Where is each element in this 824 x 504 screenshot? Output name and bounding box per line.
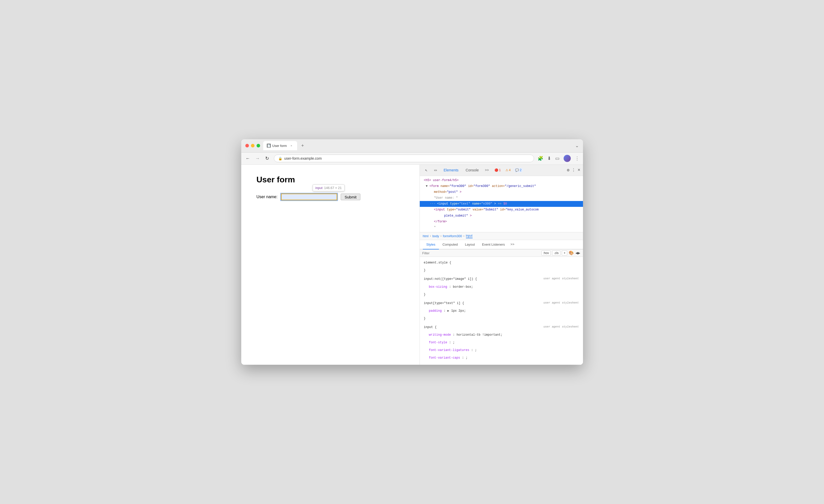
css-prop: padding (429, 309, 442, 313)
dom-line[interactable]: " (420, 225, 583, 230)
form-label: User name: (256, 195, 278, 199)
dom-line[interactable]: "User name: " (420, 195, 583, 201)
info-count: 2 (520, 168, 522, 172)
bc-form[interactable]: form#form300 (443, 234, 462, 238)
dom-tree: <h5> user-form4/h5> ▼ <form name="form30… (420, 176, 583, 233)
dollar-sign: $0 (503, 202, 507, 206)
dom-line[interactable]: <input type="submit" value="Submit" id="… (420, 207, 583, 213)
css-close-brace: } (420, 315, 583, 322)
css-rule-input: input { user agent stylesheet writing-mo… (420, 323, 583, 362)
expand-arrow[interactable]: ▶ (447, 309, 449, 313)
cls-button[interactable]: .cls (552, 250, 560, 256)
reload-button[interactable]: ↻ (264, 155, 270, 162)
address-text: user-form.example.com (284, 157, 322, 161)
attr: name= (440, 184, 449, 188)
css-rule-input-text: input[type="text" i] { user agent styles… (420, 299, 583, 322)
styles-filter-bar: :hov .cls + 🎨 ◀▶ (420, 249, 583, 257)
tab-favicon: 📄 (267, 143, 271, 148)
error-badge: 🔴 1 (493, 168, 502, 173)
dom-line[interactable]: method="post" > (420, 189, 583, 195)
css-prop: font-variant-caps (429, 356, 460, 360)
maximize-button[interactable] (256, 144, 260, 147)
window-dropdown[interactable]: ⌄ (575, 143, 579, 148)
username-input[interactable] (281, 194, 337, 200)
main-content: User form input 146.67 × 21 User name: S… (241, 165, 583, 365)
css-source: user agent stylesheet (543, 276, 579, 281)
dom-line[interactable]: <h5> user-form4/h5> (420, 178, 583, 183)
bc-body[interactable]: body (432, 234, 439, 238)
tab-close-button[interactable]: × (290, 143, 294, 148)
tab-console[interactable]: Console (462, 167, 482, 174)
more-tabs[interactable]: >> (483, 168, 491, 172)
css-selector-line: input:not([type="image" i]) { user agent… (420, 275, 583, 283)
styles-filter-input[interactable] (422, 251, 539, 255)
attr-val: "submit" (456, 208, 471, 211)
warn-icon: ⚠ (505, 168, 508, 172)
dom-line[interactable]: </form> (420, 219, 583, 225)
css-rule-input-not: input:not([type="image" i]) { user agent… (420, 275, 583, 298)
css-value: border-box; (453, 285, 473, 289)
close-button[interactable] (245, 144, 249, 147)
menu-icon[interactable]: ⋮ (575, 156, 580, 161)
css-prop: font-style (429, 341, 447, 344)
minimize-button[interactable] (251, 144, 254, 147)
css-value: 1px 2px; (451, 309, 466, 313)
secure-icon: 🔒 (278, 157, 282, 161)
subtab-computed[interactable]: Computed (439, 240, 461, 249)
dom-line-selected[interactable]: ··· <input type="text" name="n300" > == … (420, 201, 583, 207)
forward-button[interactable]: → (254, 155, 261, 162)
dom-line[interactable]: plete_submit" > (420, 213, 583, 219)
attr: name= (472, 202, 481, 206)
ellipsis: ··· (430, 202, 436, 206)
css-selector: element.style { (424, 261, 451, 265)
warn-badge: ⚠ 4 (504, 168, 512, 173)
bc-sep: › (463, 234, 465, 238)
subtab-layout[interactable]: Layout (461, 240, 479, 249)
tag: > (470, 214, 472, 218)
browser-tab[interactable]: 📄 User form × (263, 141, 297, 150)
text-node: "User name: " (434, 196, 458, 200)
css-prop-line: font-variant-ligatures : ; (420, 346, 583, 354)
inspect-element-button[interactable]: ↖ (422, 166, 430, 174)
css-selector: input { (424, 325, 437, 329)
tab-elements[interactable]: Elements (441, 167, 461, 174)
info-badge: 💬 2 (514, 168, 523, 173)
subtab-event-listeners[interactable]: Event Listeners (479, 240, 509, 249)
devtools-more-button[interactable]: ⋮ (572, 168, 576, 173)
add-style-button[interactable]: + (562, 250, 567, 256)
split-view-icon[interactable]: ▭ (555, 156, 559, 161)
download-icon[interactable]: ⬇ (547, 156, 551, 161)
dom-line[interactable]: ▼ <form name="form300" id="form300" acti… (420, 183, 583, 189)
bc-sep: › (429, 234, 431, 238)
extensions-icon[interactable]: 🧩 (538, 156, 543, 161)
css-selector-line: element.style { (420, 259, 583, 267)
badge-group: 🔴 1 ⚠ 4 💬 2 (493, 168, 523, 173)
hov-button[interactable]: :hov (541, 250, 551, 256)
css-value: ; (475, 348, 477, 352)
css-prop-line: box-sizing : border-box; (420, 283, 583, 291)
device-mode-button[interactable]: ▭ (431, 166, 440, 174)
new-tab-button[interactable]: + (299, 142, 306, 149)
toggle-sidebar-icon[interactable]: ◀▶ (575, 250, 580, 256)
avatar[interactable] (563, 155, 571, 162)
tag: <form (429, 184, 440, 188)
devtools-close-button[interactable]: × (578, 168, 581, 173)
subtab-more[interactable]: >> (509, 240, 517, 248)
devtools-panel: ↖ ▭ Elements Console >> 🔴 1 ⚠ 4 💬 (420, 165, 583, 365)
close-brace: } (424, 269, 426, 272)
attr-val: "/generic_submit" (505, 184, 536, 188)
css-prop-line: font-style : ; (420, 339, 583, 346)
color-picker-icon[interactable]: 🎨 (569, 250, 574, 256)
subtab-styles[interactable]: Styles (423, 240, 439, 249)
css-prop-line: font-variant-caps : ; (420, 354, 583, 362)
devtools-settings-button[interactable]: ⚙ (567, 168, 570, 173)
css-colon: : (453, 333, 456, 337)
css-prop: box-sizing (429, 285, 447, 289)
bc-html[interactable]: html (423, 234, 429, 238)
submit-button[interactable]: Submit (341, 194, 360, 200)
back-button[interactable]: ← (245, 155, 251, 162)
error-count: 1 (499, 168, 501, 172)
address-input[interactable]: 🔒 user-form.example.com (274, 155, 534, 162)
css-prop: writing-mode (429, 333, 451, 337)
bc-input[interactable]: input (466, 234, 473, 238)
